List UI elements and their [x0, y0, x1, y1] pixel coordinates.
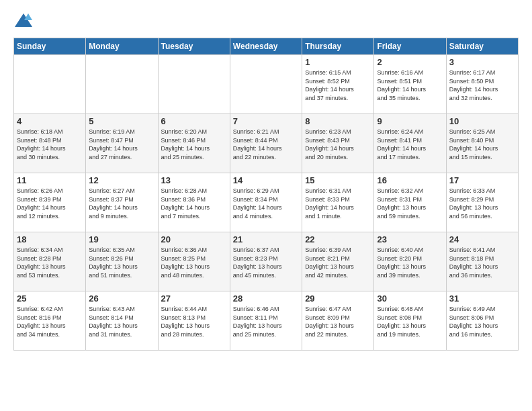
day-number: 2: [377, 57, 443, 67]
day-number: 10: [449, 116, 515, 126]
day-info: Sunrise: 6:47 AM Sunset: 8:09 PM Dayligh…: [305, 305, 371, 338]
calendar-cell: 5Sunrise: 6:19 AM Sunset: 8:47 PM Daylig…: [86, 114, 158, 173]
calendar-cell: 29Sunrise: 6:47 AM Sunset: 8:09 PM Dayli…: [302, 291, 374, 351]
weekday-header-thursday: Thursday: [302, 38, 374, 55]
day-number: 6: [161, 116, 227, 126]
day-info: Sunrise: 6:44 AM Sunset: 8:13 PM Dayligh…: [161, 305, 227, 338]
calendar-cell: 28Sunrise: 6:46 AM Sunset: 8:11 PM Dayli…: [230, 291, 302, 351]
day-info: Sunrise: 6:49 AM Sunset: 8:06 PM Dayligh…: [449, 305, 515, 338]
day-number: 23: [377, 234, 443, 244]
day-number: 29: [305, 293, 371, 304]
calendar-cell: [14, 55, 86, 114]
calendar-cell: 1Sunrise: 6:15 AM Sunset: 8:52 PM Daylig…: [302, 55, 374, 114]
day-info: Sunrise: 6:32 AM Sunset: 8:31 PM Dayligh…: [377, 187, 443, 220]
page: SundayMondayTuesdayWednesdayThursdayFrid…: [0, 0, 532, 411]
day-info: Sunrise: 6:29 AM Sunset: 8:34 PM Dayligh…: [233, 187, 299, 220]
calendar-cell: 13Sunrise: 6:28 AM Sunset: 8:36 PM Dayli…: [158, 173, 230, 232]
day-info: Sunrise: 6:40 AM Sunset: 8:20 PM Dayligh…: [377, 246, 443, 279]
weekday-header-row: SundayMondayTuesdayWednesdayThursdayFrid…: [14, 38, 519, 55]
day-info: Sunrise: 6:28 AM Sunset: 8:36 PM Dayligh…: [161, 187, 227, 220]
day-info: Sunrise: 6:24 AM Sunset: 8:41 PM Dayligh…: [377, 128, 443, 161]
calendar-cell: 20Sunrise: 6:36 AM Sunset: 8:25 PM Dayli…: [158, 232, 230, 291]
day-number: 12: [89, 175, 154, 185]
day-info: Sunrise: 6:36 AM Sunset: 8:25 PM Dayligh…: [161, 246, 227, 279]
calendar-cell: 30Sunrise: 6:48 AM Sunset: 8:08 PM Dayli…: [374, 291, 446, 351]
calendar-cell: 26Sunrise: 6:43 AM Sunset: 8:14 PM Dayli…: [86, 291, 158, 351]
weekday-header-tuesday: Tuesday: [158, 38, 230, 55]
day-info: Sunrise: 6:20 AM Sunset: 8:46 PM Dayligh…: [161, 128, 227, 161]
calendar-cell: 7Sunrise: 6:21 AM Sunset: 8:44 PM Daylig…: [230, 114, 302, 173]
day-number: 8: [305, 116, 371, 126]
calendar-cell: 22Sunrise: 6:39 AM Sunset: 8:21 PM Dayli…: [302, 232, 374, 291]
calendar-cell: 17Sunrise: 6:33 AM Sunset: 8:29 PM Dayli…: [446, 173, 518, 232]
day-number: 30: [377, 293, 443, 304]
calendar-cell: 11Sunrise: 6:26 AM Sunset: 8:39 PM Dayli…: [14, 173, 86, 232]
day-info: Sunrise: 6:26 AM Sunset: 8:39 PM Dayligh…: [17, 187, 83, 220]
day-info: Sunrise: 6:48 AM Sunset: 8:08 PM Dayligh…: [377, 305, 443, 338]
calendar-cell: 8Sunrise: 6:23 AM Sunset: 8:43 PM Daylig…: [302, 114, 374, 173]
day-number: 15: [305, 175, 371, 185]
day-info: Sunrise: 6:23 AM Sunset: 8:43 PM Dayligh…: [305, 128, 371, 161]
calendar-cell: 23Sunrise: 6:40 AM Sunset: 8:20 PM Dayli…: [374, 232, 446, 291]
day-number: 20: [161, 234, 227, 244]
calendar-cell: 4Sunrise: 6:18 AM Sunset: 8:48 PM Daylig…: [14, 114, 86, 173]
day-number: 17: [449, 175, 515, 185]
day-number: 1: [305, 57, 371, 67]
day-number: 13: [161, 175, 227, 185]
day-info: Sunrise: 6:27 AM Sunset: 8:37 PM Dayligh…: [89, 187, 154, 220]
day-number: 4: [17, 116, 83, 126]
weekday-header-saturday: Saturday: [446, 38, 518, 55]
calendar-cell: 25Sunrise: 6:42 AM Sunset: 8:16 PM Dayli…: [14, 291, 86, 351]
calendar-cell: [230, 55, 302, 114]
calendar-week-row: 4Sunrise: 6:18 AM Sunset: 8:48 PM Daylig…: [14, 114, 519, 173]
calendar-cell: 12Sunrise: 6:27 AM Sunset: 8:37 PM Dayli…: [86, 173, 158, 232]
calendar-week-row: 18Sunrise: 6:34 AM Sunset: 8:28 PM Dayli…: [14, 232, 519, 291]
weekday-header-sunday: Sunday: [14, 38, 86, 55]
day-info: Sunrise: 6:31 AM Sunset: 8:33 PM Dayligh…: [305, 187, 371, 220]
day-info: Sunrise: 6:15 AM Sunset: 8:52 PM Dayligh…: [305, 68, 371, 102]
day-number: 5: [89, 116, 154, 126]
calendar-week-row: 11Sunrise: 6:26 AM Sunset: 8:39 PM Dayli…: [14, 173, 519, 232]
day-number: 3: [449, 57, 515, 67]
day-info: Sunrise: 6:39 AM Sunset: 8:21 PM Dayligh…: [305, 246, 371, 279]
calendar-cell: 27Sunrise: 6:44 AM Sunset: 8:13 PM Dayli…: [158, 291, 230, 351]
calendar-cell: 10Sunrise: 6:25 AM Sunset: 8:40 PM Dayli…: [446, 114, 518, 173]
day-number: 26: [89, 293, 154, 304]
logo-icon: [13, 11, 34, 31]
day-number: 9: [377, 116, 443, 126]
day-number: 25: [17, 293, 83, 304]
day-number: 11: [17, 175, 83, 185]
logo: [13, 11, 36, 31]
day-info: Sunrise: 6:43 AM Sunset: 8:14 PM Dayligh…: [89, 305, 154, 338]
weekday-header-monday: Monday: [86, 38, 158, 55]
day-number: 21: [233, 234, 299, 244]
day-number: 24: [449, 234, 515, 244]
calendar-cell: 24Sunrise: 6:41 AM Sunset: 8:18 PM Dayli…: [446, 232, 518, 291]
day-number: 27: [161, 293, 227, 304]
day-info: Sunrise: 6:35 AM Sunset: 8:26 PM Dayligh…: [89, 246, 154, 279]
header: [13, 11, 519, 31]
calendar-cell: 3Sunrise: 6:17 AM Sunset: 8:50 PM Daylig…: [446, 55, 518, 114]
calendar-cell: 2Sunrise: 6:16 AM Sunset: 8:51 PM Daylig…: [374, 55, 446, 114]
weekday-header-wednesday: Wednesday: [230, 38, 302, 55]
calendar-cell: [158, 55, 230, 114]
day-info: Sunrise: 6:37 AM Sunset: 8:23 PM Dayligh…: [233, 246, 299, 279]
day-info: Sunrise: 6:34 AM Sunset: 8:28 PM Dayligh…: [17, 246, 83, 279]
day-number: 14: [233, 175, 299, 185]
day-number: 28: [233, 293, 299, 304]
weekday-header-friday: Friday: [374, 38, 446, 55]
day-info: Sunrise: 6:46 AM Sunset: 8:11 PM Dayligh…: [233, 305, 299, 338]
day-number: 16: [377, 175, 443, 185]
day-info: Sunrise: 6:17 AM Sunset: 8:50 PM Dayligh…: [449, 68, 515, 102]
calendar-cell: 6Sunrise: 6:20 AM Sunset: 8:46 PM Daylig…: [158, 114, 230, 173]
day-number: 22: [305, 234, 371, 244]
calendar-cell: 16Sunrise: 6:32 AM Sunset: 8:31 PM Dayli…: [374, 173, 446, 232]
day-number: 18: [17, 234, 83, 244]
calendar-cell: 18Sunrise: 6:34 AM Sunset: 8:28 PM Dayli…: [14, 232, 86, 291]
day-info: Sunrise: 6:16 AM Sunset: 8:51 PM Dayligh…: [377, 68, 443, 102]
calendar-table: SundayMondayTuesdayWednesdayThursdayFrid…: [13, 38, 519, 351]
calendar-cell: 31Sunrise: 6:49 AM Sunset: 8:06 PM Dayli…: [446, 291, 518, 351]
day-number: 7: [233, 116, 299, 126]
day-number: 31: [449, 293, 515, 304]
calendar-cell: 15Sunrise: 6:31 AM Sunset: 8:33 PM Dayli…: [302, 173, 374, 232]
